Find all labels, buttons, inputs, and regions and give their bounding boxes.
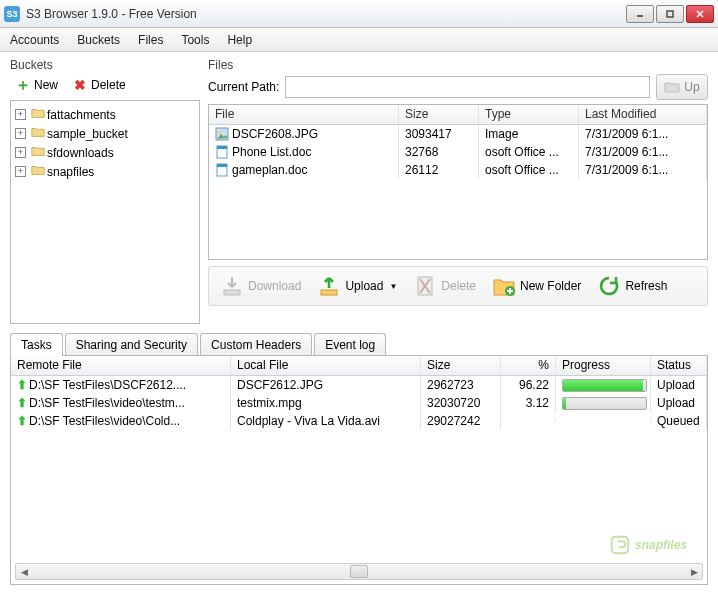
col-local[interactable]: Local File <box>231 356 421 375</box>
new-bucket-button[interactable]: ＋ New <box>10 74 63 96</box>
col-pct[interactable]: % <box>501 356 556 375</box>
file-name: Phone List.doc <box>232 145 311 159</box>
menu-accounts[interactable]: Accounts <box>10 33 59 47</box>
bucket-name: fattachments <box>47 108 116 122</box>
files-listview[interactable]: File Size Type Last Modified DSCF2608.JP… <box>208 104 708 260</box>
col-file[interactable]: File <box>209 105 399 124</box>
image-file-icon <box>215 127 229 141</box>
bucket-name: snapfiles <box>47 165 94 179</box>
task-size: 32030720 <box>421 394 501 412</box>
minimize-button[interactable] <box>626 5 654 23</box>
scroll-right-icon[interactable]: ▶ <box>686 567 702 577</box>
maximize-button[interactable] <box>656 5 684 23</box>
upload-arrow-icon: ⬆ <box>17 378 27 392</box>
progress-bar <box>562 379 647 392</box>
scroll-thumb[interactable] <box>350 565 368 578</box>
file-type: osoft Office ... <box>479 161 579 179</box>
progress-bar <box>562 397 647 410</box>
menubar: Accounts Buckets Files Tools Help <box>0 28 718 52</box>
col-type[interactable]: Type <box>479 105 579 124</box>
download-button[interactable]: Download <box>213 270 308 302</box>
delete-bucket-button[interactable]: ✖ Delete <box>67 74 131 96</box>
task-pct: 96.22 <box>501 376 556 394</box>
menu-tools[interactable]: Tools <box>181 33 209 47</box>
refresh-icon <box>597 274 621 298</box>
expand-icon[interactable]: + <box>15 147 26 158</box>
task-row[interactable]: ⬆D:\SF TestFiles\video\testm... testmix.… <box>11 394 707 412</box>
file-size: 26112 <box>399 161 479 179</box>
tree-item[interactable]: + snapfiles <box>13 162 197 181</box>
watermark-text: snapfiles <box>635 538 687 552</box>
col-modified[interactable]: Last Modified <box>579 105 707 124</box>
file-name: DSCF2608.JPG <box>232 127 318 141</box>
tab-sharing[interactable]: Sharing and Security <box>65 333 198 356</box>
tab-event-log[interactable]: Event log <box>314 333 386 356</box>
file-size: 32768 <box>399 143 479 161</box>
folder-icon <box>31 125 45 142</box>
doc-file-icon <box>215 163 229 177</box>
files-label: Files <box>208 58 708 72</box>
buckets-panel: Buckets ＋ New ✖ Delete + fattachments + … <box>10 58 200 324</box>
upload-icon <box>317 274 341 298</box>
file-name: gameplan.doc <box>232 163 307 177</box>
file-type: Image <box>479 125 579 143</box>
files-toolbar: Download Upload ▼ Delete New Folder Refr… <box>208 266 708 306</box>
bottom-tabs: Tasks Sharing and Security Custom Header… <box>10 332 708 585</box>
up-button[interactable]: Up <box>656 74 708 100</box>
file-row[interactable]: DSCF2608.JPG 3093417 Image 7/31/2009 6:1… <box>209 125 707 143</box>
task-size: 2962723 <box>421 376 501 394</box>
file-modified: 7/31/2009 6:1... <box>579 125 707 143</box>
col-status[interactable]: Status <box>651 356 707 375</box>
tree-item[interactable]: + fattachments <box>13 105 197 124</box>
scroll-left-icon[interactable]: ◀ <box>16 567 32 577</box>
upload-button[interactable]: Upload ▼ <box>310 270 404 302</box>
menu-buckets[interactable]: Buckets <box>77 33 120 47</box>
tab-custom-headers[interactable]: Custom Headers <box>200 333 312 356</box>
tab-tasks[interactable]: Tasks <box>10 333 63 356</box>
bucket-name: sfdownloads <box>47 146 114 160</box>
tree-item[interactable]: + sample_bucket <box>13 124 197 143</box>
col-progress[interactable]: Progress <box>556 356 651 375</box>
col-size[interactable]: Size <box>399 105 479 124</box>
app-icon: S3 <box>4 6 20 22</box>
task-row[interactable]: ⬆D:\SF TestFiles\video\Cold... Coldplay … <box>11 412 707 430</box>
tree-item[interactable]: + sfdownloads <box>13 143 197 162</box>
refresh-button[interactable]: Refresh <box>590 270 674 302</box>
task-status: Upload <box>651 376 707 394</box>
menu-files[interactable]: Files <box>138 33 163 47</box>
col-task-size[interactable]: Size <box>421 356 501 375</box>
doc-file-icon <box>215 145 229 159</box>
svg-rect-9 <box>217 164 227 167</box>
col-remote[interactable]: Remote File <box>11 356 231 375</box>
horizontal-scrollbar[interactable]: ◀ ▶ <box>15 563 703 580</box>
buckets-tree[interactable]: + fattachments + sample_bucket + sfdownl… <box>10 100 200 324</box>
window-title: S3 Browser 1.9.0 - Free Version <box>26 7 626 21</box>
expand-icon[interactable]: + <box>15 166 26 177</box>
remote-file: D:\SF TestFiles\video\Cold... <box>29 414 180 428</box>
remote-file: D:\SF TestFiles\video\testm... <box>29 396 185 410</box>
task-size: 29027242 <box>421 412 501 430</box>
new-folder-button[interactable]: New Folder <box>485 270 588 302</box>
plus-icon: ＋ <box>15 77 31 93</box>
expand-icon[interactable]: + <box>15 128 26 139</box>
file-modified: 7/31/2009 6:1... <box>579 143 707 161</box>
folder-up-icon <box>664 78 680 97</box>
delete-file-button[interactable]: Delete <box>406 270 483 302</box>
titlebar: S3 S3 Browser 1.9.0 - Free Version <box>0 0 718 28</box>
file-row[interactable]: Phone List.doc 32768 osoft Office ... 7/… <box>209 143 707 161</box>
expand-icon[interactable]: + <box>15 109 26 120</box>
upload-label: Upload <box>345 279 383 293</box>
delete-label: Delete <box>441 279 476 293</box>
buckets-label: Buckets <box>10 58 200 72</box>
files-panel: Files Current Path: Up File Size Type La… <box>208 58 708 324</box>
menu-help[interactable]: Help <box>227 33 252 47</box>
refresh-label: Refresh <box>625 279 667 293</box>
task-row[interactable]: ⬆D:\SF TestFiles\DSCF2612.... DSCF2612.J… <box>11 376 707 394</box>
tasks-header: Remote File Local File Size % Progress S… <box>11 356 707 376</box>
current-path-input[interactable] <box>285 76 650 98</box>
file-row[interactable]: gameplan.doc 26112 osoft Office ... 7/31… <box>209 161 707 179</box>
svg-rect-1 <box>667 11 673 17</box>
close-button[interactable] <box>686 5 714 23</box>
task-status: Upload <box>651 394 707 412</box>
file-size: 3093417 <box>399 125 479 143</box>
